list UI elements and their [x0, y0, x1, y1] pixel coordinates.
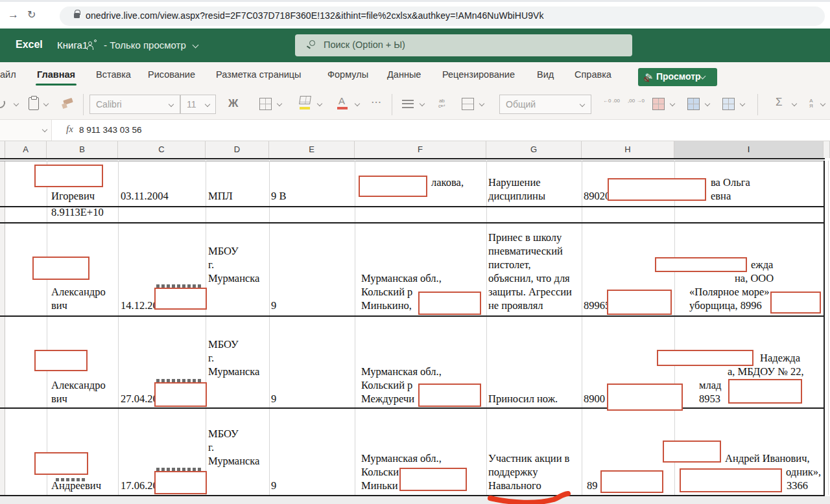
ribbon-tab-8[interactable]: Вид — [537, 69, 554, 80]
ribbon-tab-1[interactable]: Главная — [37, 69, 75, 80]
redaction-box — [680, 468, 782, 492]
column-header-edge — [824, 141, 830, 158]
excel-app-bar: Excel Книга1 - Только просмотр Поиск (Op… — [0, 29, 830, 62]
column-header-G[interactable]: G — [486, 141, 582, 158]
covered-text-smudge — [156, 284, 203, 288]
spreadsheet-grid[interactable]: ABCDEFGHIИгоревич03.11.2004МПЛ9 Влакова,… — [0, 141, 830, 504]
cell-text: МБОУг.Мурманска — [208, 338, 259, 378]
redaction-box — [34, 452, 88, 475]
sort-chevron-icon[interactable] — [820, 101, 825, 106]
column-header-D[interactable]: D — [206, 141, 269, 158]
url-text: onedrive.live.com/view.aspx?resid=2F7C03… — [86, 10, 544, 21]
reload-icon[interactable]: ↻ — [27, 8, 36, 21]
number-format-select[interactable]: Общий — [499, 95, 591, 114]
view-only-label[interactable]: - Только просмотр — [104, 40, 186, 51]
cell-text: а, МБДОУ № 22, — [728, 365, 804, 378]
column-header-F[interactable]: F — [355, 141, 486, 158]
chevron-down-icon[interactable] — [193, 42, 199, 49]
gridline-vertical — [828, 161, 829, 495]
column-header-H[interactable]: H — [582, 141, 674, 158]
cell-text: 8.9113E+10 — [51, 205, 104, 219]
column-header-A[interactable]: A — [5, 141, 47, 158]
increase-decimal-icon[interactable]: ,00 →0 — [628, 98, 645, 104]
cell-styles-icon[interactable] — [722, 98, 735, 110]
more-font-options-button[interactable]: ⋯ — [371, 96, 381, 108]
cell-text: 89 — [587, 479, 598, 492]
formula-value[interactable]: 8 911 343 03 56 — [79, 125, 142, 135]
cell-text: «Полярное море» — [689, 285, 770, 299]
ribbon-tab-6[interactable]: Данные — [387, 69, 421, 80]
decrease-decimal-icon[interactable]: ←0 .00 — [603, 98, 620, 104]
conditional-formatting-icon[interactable] — [652, 98, 665, 110]
column-header-I[interactable]: I — [674, 141, 824, 158]
fill-color-bar — [300, 107, 310, 109]
ribbon-tab-5[interactable]: Формулы — [327, 69, 368, 80]
cell-text: Надежда — [760, 351, 800, 365]
merge-chevron-icon[interactable] — [479, 101, 484, 106]
gridline-vertical — [582, 161, 582, 495]
fill-color-icon[interactable] — [299, 96, 311, 104]
redaction-box — [418, 384, 481, 407]
borders-icon[interactable] — [259, 98, 272, 110]
url-bar[interactable]: onedrive.live.com/view.aspx?resid=2F7C03… — [60, 6, 825, 26]
column-header-B[interactable]: B — [47, 141, 118, 158]
bold-button[interactable]: Ж — [228, 97, 238, 110]
format-painter-icon[interactable] — [62, 98, 74, 109]
redaction-box — [154, 471, 207, 494]
ribbon-tab-4[interactable]: Разметка страницы — [216, 69, 302, 80]
chevron-down-icon — [580, 102, 585, 107]
view-mode-button[interactable]: ✎ Просмотр — [638, 68, 717, 86]
cell-text: Участник акции вподдержкуНавального — [488, 452, 569, 492]
font-size-select[interactable]: 11 — [180, 95, 216, 114]
wrap-text-icon[interactable]: abc↩ — [438, 98, 445, 109]
chevron-down-icon — [169, 102, 174, 107]
autosum-button[interactable]: Σ — [776, 96, 783, 109]
format-as-table-icon[interactable] — [687, 98, 700, 110]
font-name-select[interactable]: Calibri — [89, 95, 180, 114]
cf-chevron-icon[interactable] — [670, 101, 675, 106]
column-header-C[interactable]: C — [118, 141, 206, 158]
paste-chevron-icon[interactable] — [43, 101, 49, 106]
align-chevron-icon[interactable] — [420, 101, 425, 106]
document-title[interactable]: Книга1 — [57, 40, 88, 51]
merge-cells-icon[interactable] — [462, 98, 474, 110]
redaction-box — [34, 350, 88, 371]
table-chevron-icon[interactable] — [705, 101, 710, 106]
search-input[interactable]: Поиск (Option + Ы) — [295, 34, 632, 56]
cell-text: Приносил нож. — [488, 392, 558, 406]
row-border — [0, 222, 825, 223]
column-header-E[interactable]: E — [269, 141, 355, 158]
styles-chevron-icon[interactable] — [740, 101, 745, 106]
red-marker-underline — [483, 487, 587, 504]
screen: → ↻ onedrive.live.com/view.aspx?resid=2F… — [0, 0, 830, 504]
align-icon[interactable] — [402, 100, 414, 108]
ribbon-tab-2[interactable]: Вставка — [96, 69, 131, 80]
ribbon-tab-0[interactable]: Файл — [0, 69, 16, 80]
search-placeholder: Поиск (Option + Ы) — [324, 40, 405, 50]
ribbon-tab-9[interactable]: Справка — [575, 69, 611, 80]
gridline-vertical — [206, 161, 206, 495]
paste-icon[interactable] — [29, 97, 39, 110]
row-header-sliver — [0, 161, 5, 496]
select-all-corner[interactable] — [0, 141, 5, 158]
cell-text: Андрей Иванович, — [725, 452, 810, 465]
row-border — [0, 315, 825, 317]
ribbon-tab-7[interactable]: Рецензирование — [442, 69, 515, 80]
cell-text: МПЛ — [208, 189, 233, 203]
autosum-chevron-icon[interactable] — [792, 101, 797, 106]
ribbon-tab-3[interactable]: Рисование — [148, 69, 195, 80]
sort-filter-icon[interactable]: АЯ — [809, 98, 813, 109]
cell-text: 9 — [271, 299, 276, 312]
borders-chevron-icon[interactable] — [277, 101, 282, 106]
search-icon — [309, 40, 315, 46]
redaction-box — [607, 290, 672, 315]
undo-chevron-icon[interactable] — [14, 101, 19, 106]
forward-icon[interactable]: → — [8, 8, 19, 21]
font-color-chevron-icon[interactable] — [355, 101, 360, 106]
header-bottom-border — [0, 158, 825, 159]
redaction-box — [32, 257, 89, 280]
font-color-button[interactable]: А — [338, 95, 345, 106]
undo-icon[interactable] — [0, 97, 6, 110]
cell-text: ежда — [751, 258, 773, 271]
fill-chevron-icon[interactable] — [317, 101, 322, 106]
